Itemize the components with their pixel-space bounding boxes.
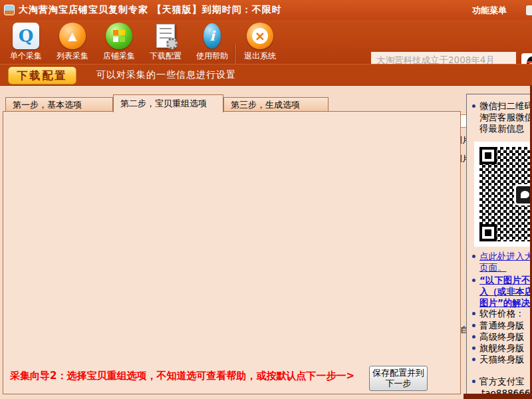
bullet-icon (472, 104, 475, 108)
edition-text: 旗舰终身版 (479, 342, 532, 354)
window-control-button[interactable] (526, 5, 532, 15)
toolbar-label: 下载配置 (150, 51, 182, 62)
application-window: 大淘营淘宝店铺宝贝复制专家 【天猫版】到期时间：不限时 功能菜单 Q 单个采集 … (0, 0, 532, 399)
edition-text: 普通终身版 (479, 320, 532, 331)
title-bar: 大淘营淘宝店铺宝贝复制专家 【天猫版】到期时间：不限时 功能菜单 (0, 0, 532, 20)
sidebar-link-1[interactable]: 点此处进入大淘营页面。 (472, 251, 532, 273)
tab-step2[interactable]: 第二步，宝贝重组选项 (113, 94, 223, 112)
alipay-note: 官方支付宝 (472, 376, 532, 387)
qr-center-logo (514, 184, 532, 205)
help-button[interactable]: i 使用帮助 (192, 22, 233, 62)
download-config-button[interactable]: 下载配置 (145, 22, 186, 62)
bullet-icon (472, 335, 475, 338)
bullet-icon (472, 346, 475, 350)
note-text: 微信扫二维码加大淘营客服微信，获得最新信息 (479, 100, 532, 134)
list-collect-button[interactable]: ▲ 列表采集 (52, 22, 93, 62)
exit-button[interactable]: × 退出系统 (239, 22, 281, 62)
qr-code-image (474, 142, 532, 247)
sidebar-link-2[interactable]: “以下图片不能导入（或非本店铺的图片”的解决方法 (472, 275, 532, 309)
window-title: 大淘营淘宝店铺宝贝复制专家 【天猫版】到期时间：不限时 (19, 4, 282, 16)
toolbar: Q 单个采集 ▲ 列表采集 店铺采集 下载配置 i 使用帮助 × 退出系统 大淘… (0, 20, 532, 64)
x-glyph: × (255, 29, 265, 43)
subheader: 下载配置 可以对采集的一些信息进行设置 (0, 64, 532, 86)
help-icon: i (198, 22, 226, 50)
edition-item: 旗舰终身版 (472, 342, 532, 354)
shop-collect-icon (105, 22, 133, 50)
edition-text: 高级终身版 (479, 331, 532, 342)
edition-item: 高级终身版 (472, 331, 532, 342)
q-glyph: Q (19, 26, 34, 46)
bullet-icon (472, 358, 475, 361)
triangle-glyph: ▲ (68, 31, 76, 42)
window-edge-bottom (464, 394, 532, 399)
i-glyph: i (209, 28, 215, 44)
save-config-button[interactable]: 保存配置并到 下一步 (369, 366, 428, 391)
tab-content-panel (3, 111, 461, 394)
single-collect-icon: Q (12, 22, 40, 50)
sidebar: 微信扫二维码加大淘营客服微信，获得最新信息 点此处进入大淘营页面。 “以下图片不… (466, 94, 532, 394)
subheader-hint: 可以对采集的一些信息进行设置 (96, 69, 236, 81)
bullet-icon (472, 312, 475, 315)
tab-step1[interactable]: 第一步，基本选项 (5, 97, 113, 112)
download-config-icon (152, 22, 180, 50)
edition-text: 天猫终身版 (479, 354, 532, 365)
bullet-icon (472, 279, 475, 282)
list-collect-icon: ▲ (59, 22, 86, 50)
bullet-icon (472, 380, 475, 383)
shop-collect-button[interactable]: 店铺采集 (98, 22, 140, 62)
tab-step3[interactable]: 第三步，生成选项 (223, 97, 329, 112)
download-config-tab-button[interactable]: 下载配置 (8, 66, 76, 84)
price-header-text: 软件价格： (479, 308, 532, 319)
wechat-note: 微信扫二维码加大淘营客服微信，获得最新信息 (472, 100, 532, 134)
link-text[interactable]: “以下图片不能导入（或非本店铺的图片”的解决方法 (479, 275, 532, 309)
wizard-hint: 采集向导2：选择宝贝重组选项，不知道选可查看帮助，或按默认点下一步一> (10, 370, 372, 382)
function-menu-button[interactable]: 功能菜单 (472, 5, 507, 17)
app-icon (4, 5, 15, 15)
bullet-icon (472, 255, 475, 258)
toolbar-label: 列表采集 (57, 51, 88, 62)
toolbar-label: 单个采集 (10, 51, 42, 62)
edition-item: 天猫终身版 (472, 354, 532, 365)
toolbar-label: 退出系统 (244, 51, 276, 62)
exit-icon: × (246, 22, 274, 50)
toolbar-label: 使用帮助 (196, 51, 228, 62)
price-header: 软件价格： (472, 308, 532, 319)
alipay-text: 官方支付宝 (479, 376, 532, 387)
link-text[interactable]: 点此处进入大淘营页面。 (479, 251, 532, 273)
single-collect-button[interactable]: Q 单个采集 (5, 22, 47, 62)
edition-item: 普通终身版 (472, 320, 532, 331)
toolbar-label: 店铺采集 (103, 51, 135, 62)
bullet-icon (472, 324, 475, 327)
